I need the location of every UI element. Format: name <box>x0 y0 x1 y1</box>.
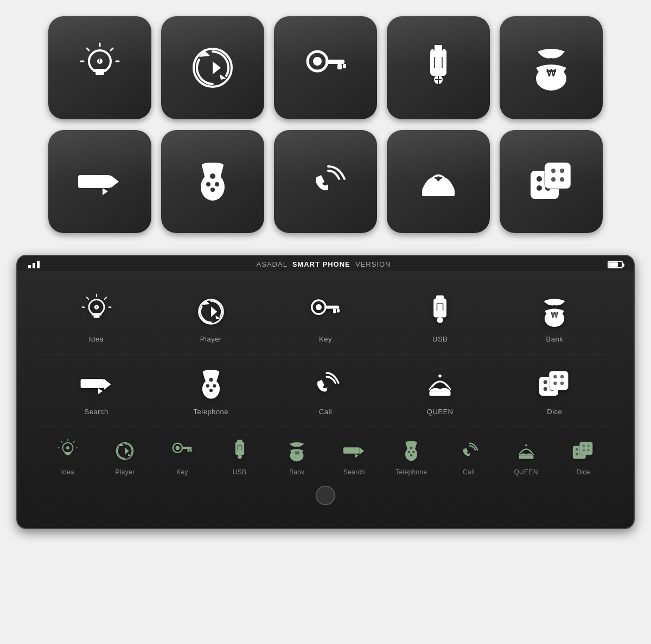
svg-rect-52 <box>93 315 99 318</box>
svg-point-135 <box>583 449 585 451</box>
small-key-label: Key <box>176 468 188 476</box>
key-tile[interactable] <box>274 16 377 119</box>
search-tile[interactable] <box>48 130 151 233</box>
smartphone-section: ASADAL SMART PHONE VERSION <box>0 244 651 540</box>
bank-icon: ₩ <box>524 41 578 95</box>
small-player-label: Player <box>115 468 135 476</box>
svg-point-77 <box>213 384 216 388</box>
phone-dice-item[interactable]: Dice <box>527 365 582 416</box>
small-queen-label: QUEEN <box>514 468 538 476</box>
signal-indicator <box>28 261 40 268</box>
telephone-tile[interactable] <box>161 130 264 233</box>
phone-row-2: Search Telephone <box>39 355 612 427</box>
phone-search-label: Search <box>84 408 108 416</box>
small-usb-label: USB <box>233 468 247 476</box>
svg-marker-103 <box>128 454 131 456</box>
svg-rect-6 <box>95 72 104 75</box>
phone-usb-item[interactable]: USB <box>413 293 467 343</box>
svg-line-94 <box>61 441 62 442</box>
svg-point-45 <box>560 177 564 182</box>
phone-small-row: Idea Player <box>39 427 612 481</box>
smartphone-frame: ASADAL SMART PHONE VERSION <box>16 255 635 529</box>
small-call-item[interactable]: Call <box>444 438 493 476</box>
small-player-item[interactable]: Player <box>100 438 149 476</box>
call-tile[interactable] <box>274 130 377 233</box>
signal-bar-1 <box>28 265 31 268</box>
svg-rect-63 <box>337 308 340 312</box>
svg-point-14 <box>313 57 322 66</box>
phone-usb-icon <box>421 293 459 331</box>
small-dice-label: Dice <box>577 468 590 476</box>
title-version: VERSION <box>355 260 391 268</box>
small-queen-item[interactable]: QUEEN <box>502 438 551 476</box>
small-call-icon <box>456 438 482 464</box>
svg-point-133 <box>583 445 585 447</box>
small-queen-icon <box>513 438 539 464</box>
small-dice-item[interactable]: Dice <box>559 438 608 476</box>
svg-rect-80 <box>430 391 451 396</box>
svg-text:₩: ₩ <box>551 311 559 319</box>
svg-rect-110 <box>237 440 242 442</box>
svg-point-69 <box>437 317 443 323</box>
svg-point-81 <box>438 375 442 378</box>
svg-point-32 <box>215 182 219 186</box>
icon-row-1: ! <box>48 16 603 119</box>
svg-point-79 <box>209 378 213 382</box>
home-button[interactable] <box>316 486 335 505</box>
svg-point-121 <box>408 451 410 453</box>
small-search-label: Search <box>343 468 365 476</box>
phone-search-item[interactable]: Search <box>69 365 124 416</box>
svg-point-60 <box>316 304 322 310</box>
queen-icon <box>411 154 465 209</box>
svg-point-78 <box>209 389 213 392</box>
svg-point-126 <box>525 445 527 447</box>
phone-idea-item[interactable]: ! Idea <box>69 293 124 343</box>
title-smartphone: SMART PHONE <box>292 260 350 268</box>
dice-tile[interactable] <box>500 130 603 233</box>
phone-key-label: Key <box>319 335 332 343</box>
player-tile[interactable] <box>161 16 264 119</box>
small-usb-item[interactable]: USB <box>215 438 264 476</box>
idea-tile[interactable]: ! <box>48 16 151 119</box>
phone-player-icon <box>192 293 230 331</box>
phone-key-item[interactable]: Key <box>298 293 353 343</box>
small-bank-label: Bank <box>289 468 305 476</box>
phone-row-1: ! Idea Player <box>39 282 612 355</box>
key-icon <box>298 41 353 95</box>
bank-tile[interactable]: ₩ <box>500 16 603 119</box>
svg-rect-65 <box>436 295 444 299</box>
svg-point-42 <box>551 169 556 173</box>
phone-idea-label: Idea <box>89 335 104 343</box>
svg-point-89 <box>560 375 564 378</box>
svg-line-4 <box>111 48 113 50</box>
svg-rect-107 <box>188 449 190 452</box>
svg-rect-87 <box>550 371 569 390</box>
queen-tile[interactable] <box>387 130 490 233</box>
phone-telephone-item[interactable]: Telephone <box>184 365 238 416</box>
small-idea-item[interactable]: Idea <box>43 438 92 476</box>
phone-queen-label: QUEEN <box>427 408 454 416</box>
phone-player-item[interactable]: Player <box>184 293 238 343</box>
svg-point-34 <box>210 173 215 179</box>
svg-rect-109 <box>235 442 244 455</box>
phone-search-icon <box>78 365 116 403</box>
small-call-label: Call <box>463 468 475 476</box>
small-dice-icon <box>570 438 596 464</box>
phone-queen-item[interactable]: QUEEN <box>413 365 467 416</box>
small-search-item[interactable]: Search <box>330 438 379 476</box>
svg-marker-118 <box>359 447 364 454</box>
phone-dice-icon <box>535 365 573 403</box>
small-key-item[interactable]: Key <box>158 438 207 476</box>
svg-point-130 <box>576 453 578 455</box>
svg-marker-58 <box>215 315 220 319</box>
phone-call-item[interactable]: Call <box>298 365 353 416</box>
usb-tile[interactable] <box>387 16 490 119</box>
svg-point-83 <box>544 380 547 384</box>
phone-bank-item[interactable]: ₩ Bank <box>527 293 582 343</box>
svg-point-90 <box>554 382 557 385</box>
small-bank-item[interactable]: ₩ Bank <box>272 438 321 476</box>
small-telephone-item[interactable]: Telephone <box>387 438 436 476</box>
svg-rect-19 <box>434 45 443 50</box>
svg-marker-101 <box>125 447 129 454</box>
svg-text:₩: ₩ <box>295 450 299 456</box>
